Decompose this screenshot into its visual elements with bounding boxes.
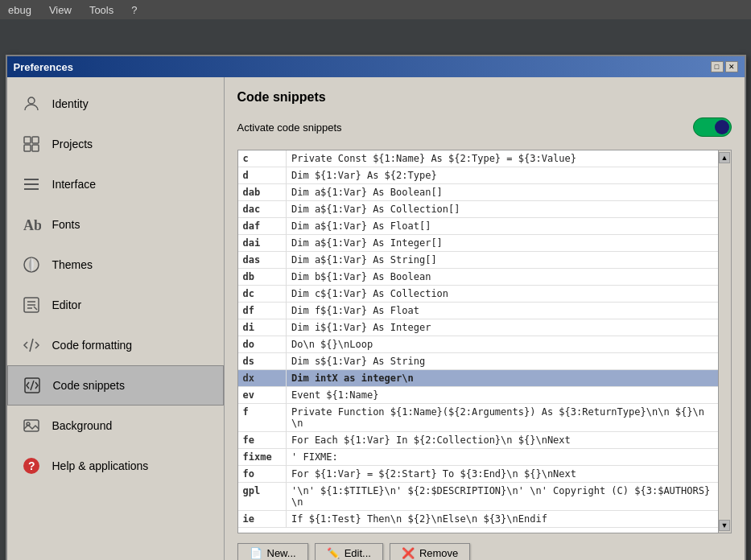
- edit-icon: ✏️: [327, 547, 340, 559]
- sidebar: Identity Projects: [7, 77, 225, 560]
- svg-point-0: [28, 97, 35, 104]
- snippet-key: f: [238, 404, 287, 432]
- sidebar-item-projects[interactable]: Projects: [7, 124, 224, 164]
- snippet-key: ds: [238, 353, 287, 370]
- edit-button[interactable]: ✏️ Edit...: [315, 543, 383, 560]
- snippet-key: fixme: [238, 449, 287, 466]
- snippet-key: dab: [238, 184, 287, 201]
- identity-icon: [20, 93, 43, 115]
- snippet-value: Dim a${1:Var} As Float[]: [287, 218, 718, 235]
- table-row[interactable]: dasDim a${1:Var} As String[]: [238, 252, 718, 269]
- menu-debug[interactable]: ebug: [0, 2, 39, 18]
- table-row[interactable]: dcDim c${1:Var} As Collection: [238, 286, 718, 303]
- sidebar-label-helpapps: Help & applications: [52, 459, 149, 472]
- snippet-key: dc: [238, 286, 287, 303]
- new-button[interactable]: 📄 New...: [237, 543, 308, 560]
- snippets-container: cPrivate Const ${1:Name} As ${2:Type} = …: [237, 150, 732, 533]
- editor-icon: [20, 294, 43, 316]
- themes-icon: [20, 253, 43, 276]
- snippet-value: Dim intX as integer\n: [287, 370, 718, 387]
- scrollbar[interactable]: ▲ ▼: [718, 150, 731, 533]
- svg-line-16: [31, 381, 34, 390]
- sidebar-item-themes[interactable]: Themes: [7, 245, 224, 285]
- table-row[interactable]: doDo\n ${}\nLoop: [238, 336, 718, 353]
- table-row[interactable]: foFor ${1:Var} = ${2:Start} To ${3:End}\…: [238, 466, 718, 483]
- table-row[interactable]: dxDim intX as integer\n: [238, 370, 718, 387]
- activate-snippets-toggle[interactable]: [693, 117, 732, 137]
- snippet-value: Dim f${1:Var} As Float: [287, 303, 718, 319]
- svg-rect-1: [24, 137, 31, 143]
- snippets-table[interactable]: cPrivate Const ${1:Name} As ${2:Type} = …: [238, 150, 718, 533]
- table-row[interactable]: dacDim a${1:Var} As Collection[]: [238, 201, 718, 218]
- codesnippets-icon: [21, 374, 43, 397]
- page-title: Code snippets: [237, 90, 732, 105]
- background-icon: [20, 414, 43, 437]
- sidebar-item-helpapps[interactable]: ? Help & applications: [7, 446, 224, 486]
- table-row[interactable]: dafDim a${1:Var} As Float[]: [238, 218, 718, 235]
- sidebar-item-interface[interactable]: Interface: [7, 164, 224, 204]
- interface-icon: [20, 173, 43, 196]
- sidebar-item-fonts[interactable]: Ab Fonts: [7, 204, 224, 245]
- sidebar-label-codeformatting: Code formatting: [52, 339, 133, 352]
- sidebar-label-background: Background: [52, 419, 113, 432]
- button-row: 📄 New... ✏️ Edit... ❌ Remove: [237, 543, 732, 560]
- snippet-key: fo: [238, 466, 287, 483]
- table-row[interactable]: feFor Each ${1:Var} In ${2:Collection}\n…: [238, 432, 718, 449]
- snippet-key: do: [238, 336, 287, 353]
- snippet-value: Dim ${1:Var} As ${2:Type}: [287, 167, 718, 184]
- table-row[interactable]: fixme' FIXME:: [238, 449, 718, 466]
- sidebar-item-codesnippets[interactable]: Code snippets: [7, 365, 224, 406]
- remove-button[interactable]: ❌ Remove: [390, 543, 470, 560]
- toggle-knob: [715, 120, 729, 134]
- table-row[interactable]: dfDim f${1:Var} As Float: [238, 303, 718, 319]
- helpapps-icon: ?: [20, 455, 43, 477]
- remove-icon: ❌: [402, 547, 415, 559]
- svg-text:?: ?: [28, 459, 35, 472]
- svg-rect-4: [32, 145, 39, 151]
- sidebar-item-identity[interactable]: Identity: [7, 84, 224, 124]
- dialog-titlebar: Preferences □ ✕: [7, 56, 745, 77]
- codeformatting-icon: [20, 334, 43, 356]
- table-row[interactable]: dsDim s${1:Var} As String: [238, 353, 718, 370]
- table-row[interactable]: ieIf ${1:Test} Then\n ${2}\nElse\n ${3}\…: [238, 511, 718, 528]
- svg-line-14: [30, 339, 33, 352]
- sidebar-item-editor[interactable]: Editor: [7, 285, 224, 325]
- snippet-key: dx: [238, 370, 287, 387]
- snippet-key: df: [238, 303, 287, 319]
- snippet-value: For ${1:Var} = ${2:Start} To ${3:End}\n …: [287, 466, 718, 483]
- sidebar-item-background[interactable]: Background: [7, 406, 224, 446]
- snippet-value: Dim b${1:Var} As Boolean: [287, 269, 718, 286]
- snippet-value: Dim s${1:Var} As String: [287, 353, 718, 370]
- table-row[interactable]: gpl'\n' ${1:$TITLE}\n' ${2:$DESCRIPTION}…: [238, 483, 718, 511]
- svg-text:Ab: Ab: [23, 217, 41, 233]
- snippet-value: For Each ${1:Var} In ${2:Collection}\n $…: [287, 432, 718, 449]
- snippet-key: d: [238, 167, 287, 184]
- close-button[interactable]: ✕: [725, 61, 738, 72]
- snippet-value: Dim a${1:Var} As Integer[]: [287, 235, 718, 252]
- table-row[interactable]: dabDim a${1:Var} As Boolean[]: [238, 184, 718, 201]
- menu-tools[interactable]: Tools: [81, 2, 122, 18]
- preferences-dialog: Preferences □ ✕: [6, 55, 746, 560]
- snippet-value: ' FIXME:: [287, 449, 718, 466]
- table-row[interactable]: cPrivate Const ${1:Name} As ${2:Type} = …: [238, 150, 718, 167]
- snippet-key: dai: [238, 235, 287, 252]
- table-row[interactable]: dbDim b${1:Var} As Boolean: [238, 269, 718, 286]
- dialog-title: Preferences: [14, 61, 73, 73]
- menu-help[interactable]: ?: [123, 2, 145, 18]
- table-row[interactable]: evEvent ${1:Name}: [238, 387, 718, 404]
- main-content: Code snippets Activate code snippets: [225, 77, 745, 560]
- sidebar-label-interface: Interface: [52, 178, 96, 191]
- snippet-value: Event ${1:Name}: [287, 387, 718, 404]
- minimize-button[interactable]: □: [711, 61, 724, 72]
- sidebar-item-codeformatting[interactable]: Code formatting: [7, 325, 224, 365]
- table-row[interactable]: diDim i${1:Var} As Integer: [238, 319, 718, 336]
- snippet-value: Do\n ${}\nLoop: [287, 336, 718, 353]
- new-icon: 📄: [250, 547, 262, 559]
- menu-view[interactable]: View: [41, 2, 80, 18]
- table-row[interactable]: fPrivate Function ${1:Name}(${2:Argument…: [238, 404, 718, 432]
- svg-rect-2: [32, 137, 39, 143]
- table-row[interactable]: dDim ${1:Var} As ${2:Type}: [238, 167, 718, 184]
- table-row[interactable]: daiDim a${1:Var} As Integer[]: [238, 235, 718, 252]
- dialog-overlay: Preferences □ ✕: [0, 39, 751, 560]
- sidebar-label-themes: Themes: [52, 258, 93, 271]
